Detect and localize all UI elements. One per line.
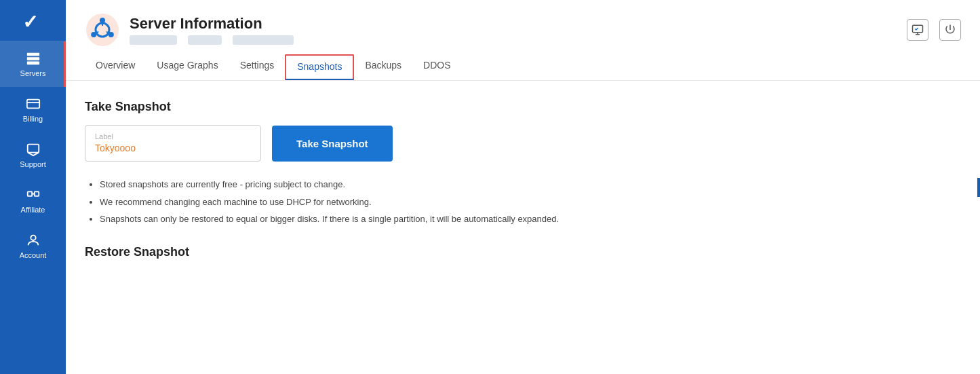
meta-ip [130,35,177,45]
svg-point-14 [109,32,114,37]
label-field-label: Label [95,132,251,141]
svg-rect-3 [26,62,39,65]
main-content: Server Information Overview Usage Graphs… [66,0,980,374]
svg-point-10 [31,236,35,240]
sidebar-logo: ✓ [0,0,66,41]
svg-rect-4 [26,100,39,109]
meta-status [188,35,222,45]
header: Server Information Overview Usage Graphs… [66,0,980,81]
sidebar-collapse-button[interactable] [977,178,980,197]
svg-rect-1 [26,53,39,56]
monitor-icon [912,24,924,36]
power-button[interactable] [939,19,961,41]
snapshot-form: Label Take Snapshot [85,125,961,162]
meta-location [233,35,294,45]
billing-icon [26,96,41,111]
sidebar-item-billing[interactable]: Billing [0,87,66,132]
info-item-2: Snapshots can only be restored to equal … [100,212,961,226]
server-info: Server Information [130,15,294,45]
tab-settings[interactable]: Settings [229,54,286,80]
svg-rect-2 [26,57,39,60]
tab-overview[interactable]: Overview [85,54,146,80]
server-name: Server Information [130,15,294,33]
sidebar-item-affiliate[interactable]: Affiliate [0,178,66,223]
header-left: Server Information Overview Usage Graphs… [85,12,462,80]
logo-icon: ✓ [21,10,45,34]
tab-usage-graphs[interactable]: Usage Graphs [146,54,229,80]
server-os-icon [85,12,120,48]
info-item-1: We recommend changing each machine to us… [100,195,961,209]
sidebar-item-support[interactable]: Support [0,132,66,178]
affiliate-icon [26,187,41,202]
label-input[interactable] [95,143,251,153]
svg-rect-7 [27,191,31,195]
power-icon [944,24,956,36]
sidebar-item-account[interactable]: Account [0,223,66,269]
take-snapshot-title: Take Snapshot [85,100,961,114]
info-item-0: Stored snapshots are currently free - pr… [100,178,961,191]
svg-rect-9 [34,191,38,195]
tab-ddos[interactable]: DDOS [412,54,461,80]
servers-icon [26,51,41,66]
label-input-container: Label [85,125,261,162]
take-snapshot-button[interactable]: Take Snapshot [272,126,393,162]
page-content: Take Snapshot Label Take Snapshot Stored… [66,81,980,278]
svg-text:✓: ✓ [22,12,38,33]
tab-backups[interactable]: Backups [354,54,412,80]
nav-tabs: Overview Usage Graphs Settings Snapshots… [85,54,462,80]
header-right [907,12,961,41]
server-meta [130,35,294,45]
server-title-row: Server Information [85,12,462,48]
monitor-button[interactable] [907,19,928,41]
account-icon [26,233,41,248]
info-list: Stored snapshots are currently free - pr… [85,178,961,226]
svg-point-15 [91,32,96,37]
tab-snapshots[interactable]: Snapshots [285,54,354,80]
support-icon [26,142,41,157]
sidebar: ✓ Servers Billing Support Affiliate [0,0,66,374]
sidebar-item-servers[interactable]: Servers [0,41,66,87]
restore-snapshot-title: Restore Snapshot [85,245,961,259]
svg-rect-6 [27,145,39,153]
svg-point-13 [100,18,105,23]
